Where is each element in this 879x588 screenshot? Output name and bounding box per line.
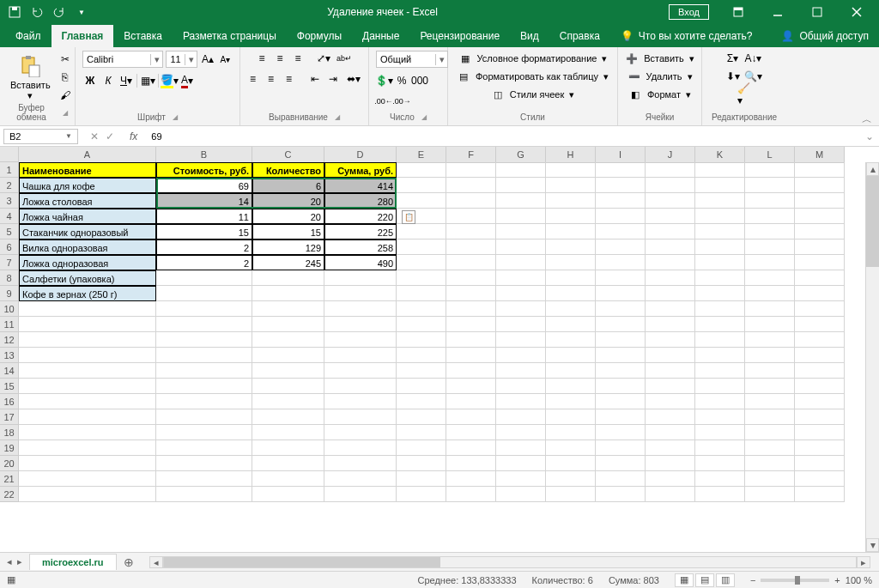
cell-J20[interactable] — [646, 456, 695, 471]
cell-M13[interactable] — [795, 348, 845, 363]
cell-I1[interactable] — [596, 162, 646, 178]
qat-customize-icon[interactable]: ▼ — [72, 3, 91, 21]
font-size-combo[interactable]: 11▾ — [166, 51, 197, 68]
spreadsheet-grid[interactable]: ABCDEFGHIJKLM123456789101112131415161718… — [0, 147, 879, 552]
clipboard-launcher-icon[interactable]: ◢ — [63, 109, 68, 117]
cell-G19[interactable] — [496, 440, 546, 456]
cell-J2[interactable] — [646, 178, 695, 193]
cell-H17[interactable] — [546, 409, 596, 425]
column-header-J[interactable]: J — [646, 147, 695, 163]
bold-icon[interactable]: Ж — [82, 73, 98, 88]
cell-G6[interactable] — [496, 239, 546, 255]
cell-C10[interactable] — [252, 301, 324, 317]
cell-D9[interactable] — [324, 286, 397, 301]
cell-F1[interactable] — [446, 162, 496, 178]
cell-F16[interactable] — [446, 394, 496, 409]
cell-A17[interactable] — [19, 409, 156, 425]
row-header-15[interactable]: 15 — [0, 379, 19, 394]
cell-G9[interactable] — [496, 286, 546, 301]
cell-J19[interactable] — [646, 440, 695, 456]
cell-L12[interactable] — [745, 332, 795, 348]
cell-I12[interactable] — [596, 332, 646, 348]
cell-B12[interactable] — [156, 332, 252, 348]
cell-H11[interactable] — [546, 317, 596, 332]
cell-K16[interactable] — [695, 394, 745, 409]
cell-K21[interactable] — [695, 471, 745, 487]
cell-B17[interactable] — [156, 409, 252, 425]
fill-color-icon[interactable]: 🪣▾ — [161, 73, 177, 88]
cell-H21[interactable] — [546, 471, 596, 487]
cell-D14[interactable] — [324, 363, 397, 379]
cell-M22[interactable] — [795, 487, 845, 502]
cell-G12[interactable] — [496, 332, 546, 348]
cell-G7[interactable] — [496, 255, 546, 270]
cell-E6[interactable] — [397, 239, 446, 255]
signin-button[interactable]: Вход — [669, 4, 709, 20]
row-header-4[interactable]: 4 — [0, 209, 19, 224]
cell-J15[interactable] — [646, 379, 695, 394]
cell-A2[interactable]: Чашка для кофе — [19, 178, 156, 193]
autosum-icon[interactable]: Σ▾ — [725, 51, 741, 66]
cell-H18[interactable] — [546, 425, 596, 440]
cell-H22[interactable] — [546, 487, 596, 502]
number-launcher-icon[interactable]: ◢ — [421, 113, 427, 121]
cell-F2[interactable] — [446, 178, 496, 193]
increase-font-icon[interactable]: A▴ — [200, 52, 215, 67]
maximize-icon[interactable] — [798, 0, 836, 24]
tab-file[interactable]: Файл — [5, 25, 52, 47]
cell-F12[interactable] — [446, 332, 496, 348]
h-scrollbar[interactable]: ◂ ▸ — [149, 556, 870, 568]
cell-K8[interactable] — [695, 270, 745, 286]
cell-M4[interactable] — [795, 209, 845, 224]
cell-K10[interactable] — [695, 301, 745, 317]
cell-D11[interactable] — [324, 317, 397, 332]
cell-E22[interactable] — [397, 487, 446, 502]
sheet-tab[interactable]: microexcel.ru — [29, 554, 117, 570]
cell-B5[interactable]: 15 — [156, 224, 252, 239]
cell-A21[interactable] — [19, 471, 156, 487]
cell-F6[interactable] — [446, 239, 496, 255]
row-header-18[interactable]: 18 — [0, 425, 19, 440]
cell-C9[interactable] — [252, 286, 324, 301]
column-header-C[interactable]: C — [252, 147, 324, 163]
row-header-11[interactable]: 11 — [0, 317, 19, 332]
cell-G1[interactable] — [496, 162, 546, 178]
cell-K22[interactable] — [695, 487, 745, 502]
align-top-icon[interactable]: ≡ — [254, 51, 270, 66]
cut-icon[interactable]: ✂ — [58, 52, 73, 67]
cell-F15[interactable] — [446, 379, 496, 394]
decrease-font-icon[interactable]: A▾ — [218, 52, 233, 67]
cell-L17[interactable] — [745, 409, 795, 425]
cell-K9[interactable] — [695, 286, 745, 301]
cell-L4[interactable] — [745, 209, 795, 224]
cell-E1[interactable] — [397, 162, 446, 178]
cell-H13[interactable] — [546, 348, 596, 363]
cell-M10[interactable] — [795, 301, 845, 317]
cell-J21[interactable] — [646, 471, 695, 487]
align-left-icon[interactable]: ≡ — [246, 71, 261, 87]
cell-I11[interactable] — [596, 317, 646, 332]
cell-B9[interactable] — [156, 286, 252, 301]
paste-button[interactable]: Вставить▾ — [7, 52, 54, 102]
cell-C20[interactable] — [252, 456, 324, 471]
cell-L16[interactable] — [745, 394, 795, 409]
cell-I20[interactable] — [596, 456, 646, 471]
cell-D3[interactable]: 280 — [324, 193, 397, 209]
cell-E7[interactable] — [397, 255, 446, 270]
comma-icon[interactable]: 000 — [412, 73, 427, 88]
cell-M9[interactable] — [795, 286, 845, 301]
tab-home[interactable]: Главная — [52, 25, 114, 47]
cell-G13[interactable] — [496, 348, 546, 363]
cell-G2[interactable] — [496, 178, 546, 193]
cell-E19[interactable] — [397, 440, 446, 456]
row-header-6[interactable]: 6 — [0, 239, 19, 255]
merge-icon[interactable]: ⬌▾ — [343, 71, 364, 87]
cell-mode-icon[interactable]: ▦ — [7, 574, 15, 585]
cell-A14[interactable] — [19, 363, 156, 379]
name-box[interactable]: B2▼ — [3, 129, 78, 144]
cell-C17[interactable] — [252, 409, 324, 425]
cell-D21[interactable] — [324, 471, 397, 487]
select-all-corner[interactable] — [0, 147, 19, 162]
cell-J17[interactable] — [646, 409, 695, 425]
row-header-21[interactable]: 21 — [0, 471, 19, 487]
